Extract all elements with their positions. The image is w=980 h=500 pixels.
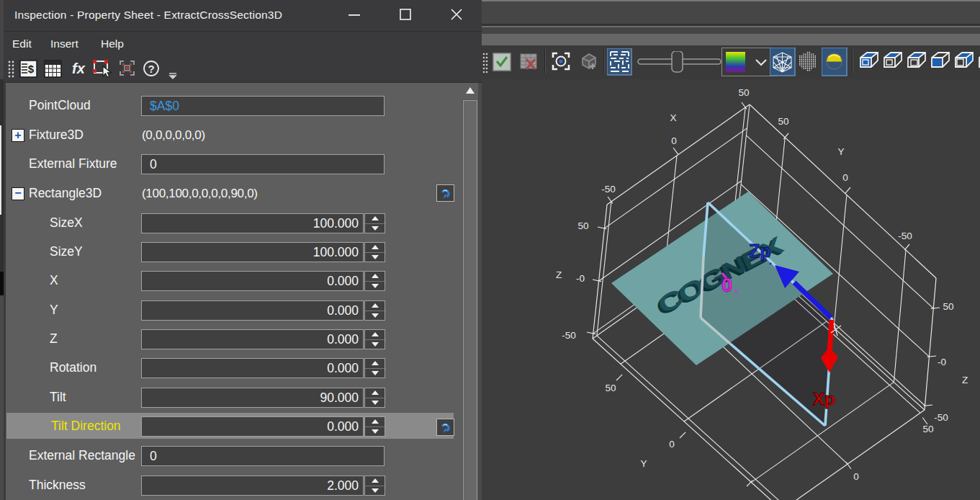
svg-text:-0: -0 xyxy=(576,273,585,284)
svg-text:50: 50 xyxy=(943,301,953,312)
svg-text:-50: -50 xyxy=(934,412,948,423)
svg-text:-50: -50 xyxy=(898,231,912,241)
svg-text:50: 50 xyxy=(778,116,788,127)
svg-text:-50: -50 xyxy=(562,330,576,341)
svg-text:Y: Y xyxy=(640,458,647,469)
svg-text:0: 0 xyxy=(721,274,732,296)
svg-text:0: 0 xyxy=(853,471,859,482)
svg-text:50: 50 xyxy=(577,220,588,231)
svg-text:50: 50 xyxy=(922,424,933,434)
svg-text:Zp: Zp xyxy=(749,241,771,261)
svg-text:-0: -0 xyxy=(938,357,946,367)
svg-text:50: 50 xyxy=(738,87,749,98)
svg-text:-50: -50 xyxy=(601,184,616,195)
svg-text:0: 0 xyxy=(842,172,848,183)
svg-text:50: 50 xyxy=(605,383,616,393)
svg-text:0: 0 xyxy=(671,135,677,146)
svg-text:X: X xyxy=(670,112,676,123)
svg-text:Z: Z xyxy=(556,269,562,280)
svg-text:Z: Z xyxy=(962,375,968,385)
svg-text:Y: Y xyxy=(837,146,844,157)
svg-text:0: 0 xyxy=(669,439,675,450)
svg-text:Xp: Xp xyxy=(813,389,835,409)
